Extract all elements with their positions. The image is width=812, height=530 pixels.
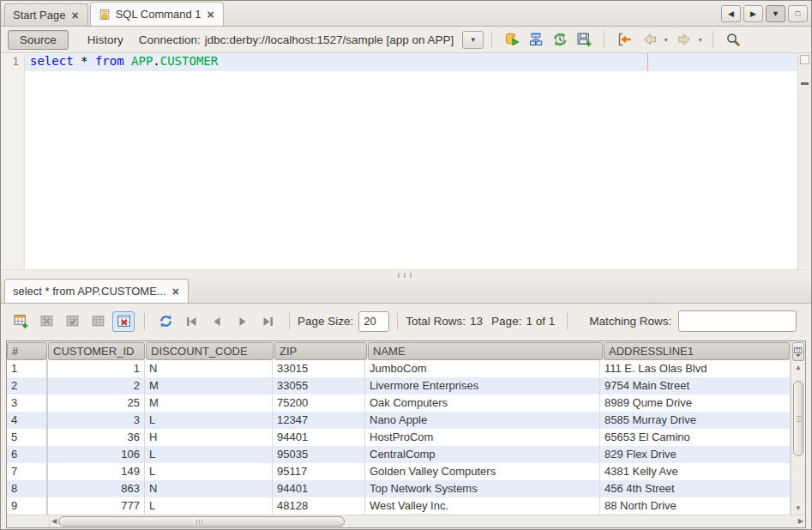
forward-button-group[interactable]: ▼: [672, 29, 703, 50]
horizontal-scrollbar[interactable]: ◀ ▶: [7, 515, 805, 527]
table-cell[interactable]: 4381 Kelly Ave: [600, 463, 791, 480]
table-cell[interactable]: 36: [48, 429, 145, 446]
insert-record-icon[interactable]: [9, 311, 32, 332]
table-cell[interactable]: 456 4th Street: [600, 480, 791, 497]
table-cell[interactable]: N: [145, 480, 273, 497]
table-cell[interactable]: 33055: [273, 377, 365, 394]
table-row[interactable]: 22M33055Livermore Enterprises9754 Main S…: [7, 377, 791, 394]
table-cell[interactable]: 1: [48, 360, 145, 377]
next-page-icon[interactable]: [232, 311, 254, 332]
refresh-icon[interactable]: [154, 311, 177, 332]
vertical-scrollbar[interactable]: ▲ ▼: [791, 362, 805, 515]
column-header-customer_id[interactable]: CUSTOMER_ID: [48, 342, 145, 360]
tab-list-dropdown-button[interactable]: ▼: [766, 5, 785, 22]
code-line-1[interactable]: select * from APP.CUSTOMER: [25, 53, 797, 71]
column-header-addressline1[interactable]: ADDRESSLINE1: [604, 342, 790, 360]
table-cell[interactable]: Livermore Enterprises: [365, 377, 600, 394]
code-area[interactable]: select * from APP.CUSTOMER: [25, 53, 797, 269]
chevron-down-icon[interactable]: ▼: [663, 37, 669, 43]
table-cell[interactable]: 65653 El Camino: [600, 429, 791, 446]
table-cell[interactable]: 48128: [273, 497, 365, 515]
table-row[interactable]: 9777L48128West Valley Inc.88 North Drive: [7, 497, 791, 515]
column-visibility-icon[interactable]: [792, 342, 804, 361]
table-row[interactable]: 325M75200Oak Computers8989 Qume Drive: [7, 394, 791, 412]
table-cell[interactable]: 111 E. Las Olas Blvd: [600, 360, 791, 377]
page-size-input[interactable]: [358, 311, 389, 332]
table-cell[interactable]: 25: [48, 394, 145, 412]
sql-history-icon[interactable]: [550, 29, 570, 50]
scroll-up-icon[interactable]: ▲: [795, 362, 802, 374]
sql-editor[interactable]: 1 select * from APP.CUSTOMER: [1, 53, 811, 269]
table-row[interactable]: 8863N94401Top Network Systems456 4th Str…: [7, 480, 791, 497]
table-cell[interactable]: 33015: [273, 360, 365, 377]
column-header-zip[interactable]: ZIP: [274, 342, 367, 360]
scroll-down-icon[interactable]: ▼: [795, 503, 802, 515]
history-button[interactable]: History: [82, 31, 129, 49]
column-header-discount_code[interactable]: DISCOUNT_CODE: [146, 342, 274, 360]
tab-start-page[interactable]: Start Page ×: [4, 3, 88, 26]
table-cell[interactable]: 94401: [273, 429, 365, 446]
scroll-left-icon[interactable]: ◀: [51, 515, 57, 527]
matching-rows-input[interactable]: [678, 310, 797, 332]
table-cell[interactable]: 2: [48, 377, 145, 394]
grid-body[interactable]: 11N33015JumboCom111 E. Las Olas Blvd22M3…: [7, 360, 791, 515]
table-cell[interactable]: Golden Valley Computers: [365, 463, 600, 480]
table-cell[interactable]: H: [145, 429, 273, 446]
error-stripe[interactable]: [797, 53, 811, 269]
column-header-name[interactable]: NAME: [368, 342, 603, 360]
table-cell[interactable]: JumboCom: [365, 360, 600, 377]
table-cell[interactable]: HostProCom: [365, 429, 600, 446]
back-icon[interactable]: [640, 29, 660, 50]
table-cell[interactable]: 12347: [273, 412, 365, 429]
save-snippet-icon[interactable]: [574, 29, 594, 50]
table-cell[interactable]: 75200: [273, 394, 365, 412]
table-cell[interactable]: N: [145, 360, 273, 377]
run-statement-icon[interactable]: [526, 29, 546, 50]
truncate-table-icon[interactable]: [112, 311, 135, 332]
tab-result-select-customer[interactable]: select * from APP.CUSTOME... ×: [4, 279, 189, 303]
table-cell[interactable]: L: [145, 463, 273, 480]
last-edit-icon[interactable]: [614, 29, 635, 50]
table-row[interactable]: 11N33015JumboCom111 E. Las Olas Blvd: [7, 360, 791, 377]
table-cell[interactable]: 88 North Drive: [600, 497, 791, 515]
scroll-tabs-left-button[interactable]: ◀: [721, 5, 741, 22]
delete-records-icon[interactable]: [35, 311, 57, 332]
table-cell[interactable]: 9754 Main Street: [600, 377, 791, 394]
table-row[interactable]: 43L12347Nano Apple8585 Murray Drive: [7, 412, 791, 429]
table-cell[interactable]: 94401: [273, 480, 365, 497]
table-cell[interactable]: Oak Computers: [365, 394, 600, 412]
run-sql-icon[interactable]: [502, 29, 522, 50]
table-row[interactable]: 536H94401HostProCom65653 El Camino: [7, 429, 791, 446]
vertical-scrollbar-thumb[interactable]: [793, 381, 803, 456]
find-icon[interactable]: [723, 29, 743, 50]
tab-sql-command-1[interactable]: SQL Command 1 ×: [90, 2, 224, 26]
table-cell[interactable]: CentralComp: [365, 446, 600, 463]
splitter-grip-icon[interactable]: [398, 273, 415, 278]
table-cell[interactable]: L: [145, 446, 273, 463]
back-button-group[interactable]: ▼: [638, 29, 669, 50]
chevron-down-icon[interactable]: ▼: [697, 37, 703, 43]
horizontal-scrollbar-thumb[interactable]: [58, 516, 345, 527]
table-cell[interactable]: L: [145, 497, 273, 515]
table-cell[interactable]: 95035: [273, 446, 365, 463]
first-page-icon[interactable]: [180, 311, 202, 332]
connection-dropdown-button[interactable]: ▼: [462, 31, 484, 49]
table-cell[interactable]: 149: [48, 463, 145, 480]
table-cell[interactable]: West Valley Inc.: [365, 497, 600, 515]
table-cell[interactable]: 8989 Qume Drive: [600, 394, 791, 412]
table-cell[interactable]: 829 Flex Drive: [600, 446, 791, 463]
close-icon[interactable]: ×: [70, 11, 79, 20]
scroll-tabs-right-button[interactable]: ▶: [743, 5, 763, 22]
last-page-icon[interactable]: [257, 311, 280, 332]
table-cell[interactable]: 8585 Murray Drive: [600, 412, 791, 429]
table-cell[interactable]: 95117: [273, 463, 365, 480]
close-icon[interactable]: ×: [171, 287, 180, 296]
table-cell[interactable]: 3: [48, 412, 145, 429]
table-cell[interactable]: 863: [48, 480, 145, 497]
close-icon[interactable]: ×: [207, 10, 215, 19]
table-cell[interactable]: L: [145, 412, 273, 429]
forward-icon[interactable]: [674, 29, 695, 50]
table-cell[interactable]: Top Network Systems: [365, 480, 600, 497]
table-cell[interactable]: M: [145, 394, 273, 412]
table-cell[interactable]: 777: [48, 497, 145, 515]
